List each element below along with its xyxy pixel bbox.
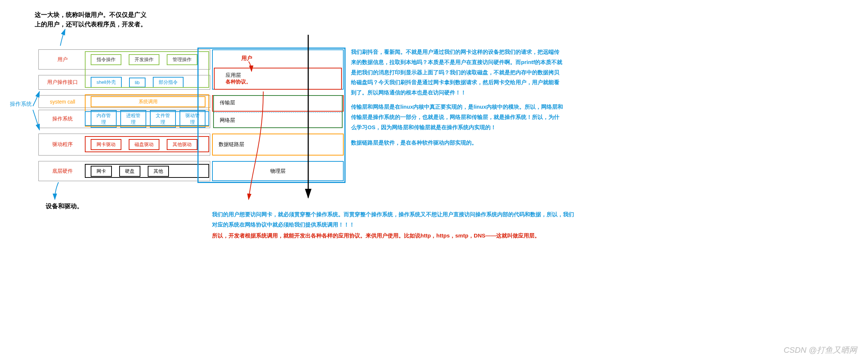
box-drv: 驱动管理 [180, 110, 205, 128]
heading-user-block: 这一大块，统称叫做用户。不仅仅是广义 上的用户，还可以代表程序员，开发者。 [35, 10, 163, 29]
box-file: 文件管理 [150, 110, 176, 128]
box-net: 网卡 [91, 166, 112, 177]
heading-line1: 这一大块，统称叫做用户。不仅仅是广义 [35, 11, 147, 18]
row-syscall-label: system call [39, 99, 86, 105]
row-hw-boxes: 网卡 硬盘 其他 [86, 162, 210, 180]
row-os: 操作系统 内存管理 进程管理 文件管理 驱动管理 [38, 110, 210, 128]
box-mgmt-op: 管理操作 [167, 54, 197, 65]
row-interface: 用户操作接口 shell外壳 lib 部分指令 [38, 75, 210, 90]
layer-app-sub: 各种协议。 [226, 79, 251, 85]
box-otherdrv: 其他驱动 [167, 139, 197, 150]
box-disk: 硬盘 [119, 166, 140, 177]
os-side-label: 操作系统 [10, 101, 32, 108]
arrow-devices [55, 182, 59, 199]
row-hw-label: 底层硬件 [39, 168, 86, 175]
row-driver-boxes: 网卡驱动 磁盘驱动 其他驱动 [86, 135, 210, 154]
watermark: CSDN @打鱼又晒网 [784, 345, 857, 356]
row-hw: 底层硬件 网卡 硬盘 其他 [38, 161, 210, 181]
row-user: 用户 指令操作 开发操作 管理操作 [38, 49, 210, 70]
box-diskdrv: 磁盘驱动 [129, 139, 159, 150]
anno-hardware-access: 我们刷抖音，看新闻。不就是用户通过我们的网卡这样的设备把我们的请求，把远端传来的… [351, 47, 563, 98]
box-shell: shell外壳 [91, 77, 122, 88]
anno-kernel-layers: 传输层和网络层是在linux内核中真正要实现的，是linux内核中的模块。所以，… [351, 102, 563, 132]
bottom-anno-syscall: 我们的用户想要访问网卡，就必须贯穿整个操作系统。而贯穿整个操作系统，操作系统又不… [212, 209, 574, 230]
box-dev-op: 开发操作 [129, 54, 159, 65]
arrow-heading [60, 29, 65, 46]
layer-phys: 物理层 [212, 161, 344, 181]
box-other: 其他 [148, 166, 169, 177]
devices-drivers-label: 设备和驱动。 [46, 202, 83, 210]
row-syscall: system call 系统调用 [38, 95, 210, 108]
row-user-label: 用户 [39, 56, 86, 63]
box-netdrv: 网卡驱动 [91, 139, 121, 150]
layer-divider-dash [214, 112, 342, 113]
row-driver-label: 驱动程序 [39, 141, 86, 148]
row-driver: 驱动程序 网卡驱动 磁盘驱动 其他驱动 [38, 134, 210, 156]
row-interface-boxes: shell外壳 lib 部分指令 [86, 75, 210, 90]
layer-trans-label: 传输层 [220, 100, 235, 106]
box-cmds: 部分指令 [153, 77, 184, 88]
box-lib: lib [129, 78, 146, 87]
layer-link-label: 数据链路层 [219, 141, 244, 148]
row-interface-label: 用户操作接口 [39, 79, 86, 86]
anno-link-layer: 数据链路层是软件，是在各种软件驱动内部实现的。 [351, 138, 563, 148]
heading-line2: 上的用户，还可以代表程序员，开发者。 [35, 21, 147, 28]
row-os-label: 操作系统 [39, 116, 86, 122]
row-os-boxes: 内存管理 进程管理 文件管理 驱动管理 [86, 106, 210, 131]
layer-trans-net-green: 传输层 网络层 [213, 95, 343, 128]
row-user-boxes: 指令操作 开发操作 管理操作 [86, 50, 210, 69]
box-cmd-op: 指令操作 [91, 54, 121, 65]
box-syscall: 系统调用 [91, 96, 205, 107]
layer-phys-label: 物理层 [270, 168, 286, 175]
box-proc: 进程管理 [120, 110, 146, 128]
layer-net-label: 网络层 [220, 117, 235, 124]
box-mem: 内存管理 [91, 110, 117, 128]
layer-app: 应用层 各种协议。 [214, 68, 342, 90]
layer-app-title: 应用层 [226, 72, 241, 79]
layer-link: 数据链路层 [212, 134, 344, 156]
bottom-anno-app-protocols: 所以，开发者根据系统调用，就能开发出各种各样的应用协议。来供用户使用。比如说ht… [212, 231, 574, 241]
